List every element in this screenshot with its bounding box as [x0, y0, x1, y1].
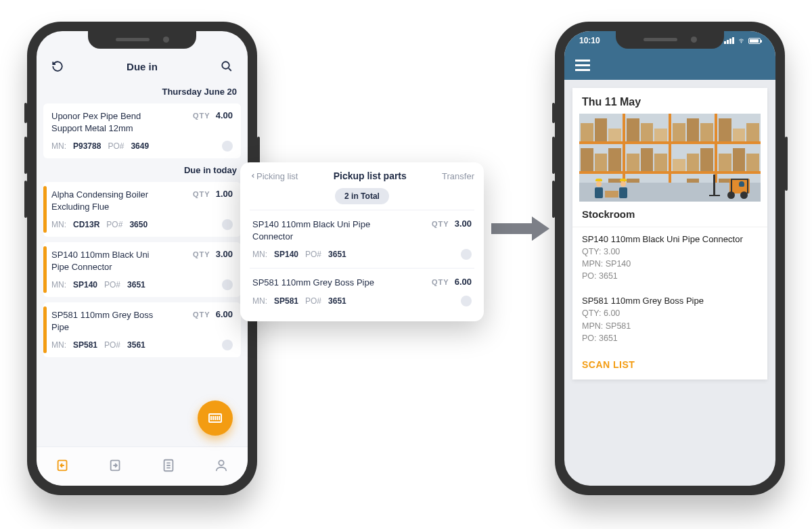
refresh-icon[interactable] — [50, 59, 65, 74]
transfer-button[interactable]: Transfer — [442, 171, 474, 181]
phone-notch — [88, 31, 196, 49]
due-in-app: Due in Thursday June 20 Uponor Pex Pipe … — [37, 31, 248, 486]
phone-notch — [616, 31, 724, 49]
svg-point-6 — [741, 42, 742, 43]
due-item-card[interactable]: Uponor Pex Pipe Bend Support Metal 12mm … — [43, 104, 241, 158]
tab-list-icon[interactable] — [161, 458, 176, 476]
back-button[interactable]: Picking list — [250, 171, 298, 181]
stock-item[interactable]: SP581 110mm Grey Boss Pipe QTY: 6.00 MPN… — [572, 289, 767, 350]
select-radio[interactable] — [461, 296, 472, 306]
barcode-fab[interactable] — [198, 400, 233, 436]
select-radio[interactable] — [222, 141, 233, 152]
scan-list-button[interactable]: SCAN LIST — [572, 351, 767, 380]
date-heading: Thu 11 May — [572, 88, 767, 114]
search-icon[interactable] — [219, 59, 234, 74]
arrow-icon — [491, 216, 552, 241]
left-phone-frame: Due in Thursday June 20 Uponor Pex Pipe … — [27, 22, 257, 495]
warehouse-illustration — [579, 114, 761, 202]
stockroom-app: 10:10 Thu 11 May — [564, 31, 775, 486]
select-radio[interactable] — [461, 249, 472, 260]
page-title: Due in — [127, 61, 158, 72]
section-title: Stockroom — [572, 202, 767, 227]
due-item-card[interactable]: SP581 110mm Grey Boss Pipe QTY6.00 MN: S… — [43, 302, 241, 357]
popup-item[interactable]: SP581 110mm Grey Boss Pipe QTY6.00 MN: S… — [250, 268, 474, 315]
total-pill: 2 in Total — [335, 188, 389, 204]
section-date-1: Thursday June 20 — [37, 83, 248, 101]
stockroom-card: Thu 11 May — [572, 88, 767, 380]
popup-title: Pickup list parts — [334, 170, 407, 181]
svg-point-5 — [219, 460, 223, 465]
signal-icon — [724, 37, 734, 44]
select-radio[interactable] — [222, 340, 233, 350]
stock-item[interactable]: SP140 110mm Black Uni Pipe Connector QTY… — [572, 227, 767, 289]
item-name: Uponor Pex Pipe Bend Support Metal 12mm — [51, 110, 166, 134]
wifi-icon — [737, 38, 746, 44]
select-radio[interactable] — [222, 279, 233, 290]
due-item-card[interactable]: Alpha Condensing Boiler Excluding Flue Q… — [43, 182, 241, 237]
bottom-tabbar — [37, 446, 248, 486]
section-date-2: Due in today — [37, 161, 248, 179]
right-phone-frame: 10:10 Thu 11 May — [555, 22, 785, 495]
tab-inbound-icon[interactable] — [55, 458, 70, 476]
menu-icon[interactable] — [575, 60, 590, 71]
due-item-card[interactable]: SP140 110mm Black Uni Pipe Connector QTY… — [43, 242, 241, 297]
battery-icon — [748, 38, 761, 44]
status-icons — [724, 37, 761, 44]
status-time: 10:10 — [579, 36, 600, 45]
pickup-list-popup: Picking list Pickup list parts Transfer … — [240, 162, 484, 321]
popup-item[interactable]: SP140 110mm Black Uni Pipe Connector QTY… — [250, 210, 474, 268]
select-radio[interactable] — [222, 219, 233, 230]
tab-profile-icon[interactable] — [214, 458, 229, 476]
svg-point-0 — [222, 62, 229, 69]
tab-outbound-icon[interactable] — [108, 458, 123, 476]
